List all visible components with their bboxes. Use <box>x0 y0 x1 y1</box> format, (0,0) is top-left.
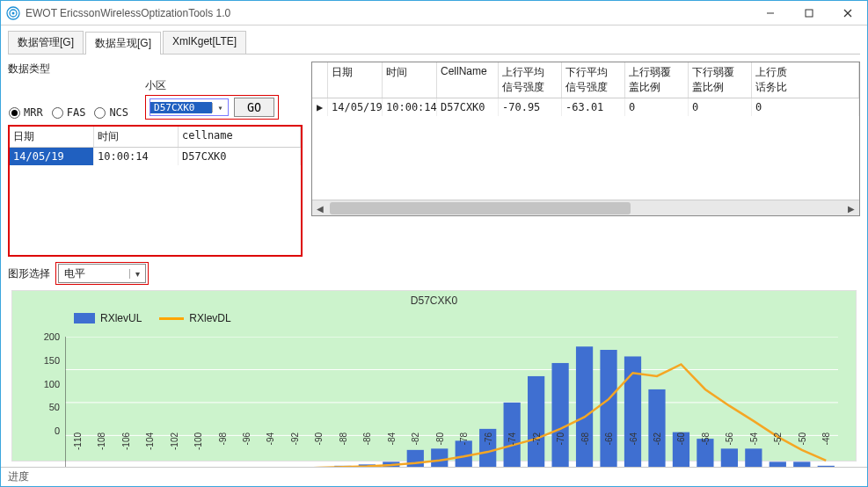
cell-combobox[interactable]: D57CXK0 ▾ <box>150 98 229 116</box>
table-row[interactable]: ▶ 14/05/19 10:00:14 D57CXK0 -70.95 -63.0… <box>312 98 859 116</box>
statusbar: 进度 <box>1 467 867 486</box>
close-button[interactable] <box>828 1 867 25</box>
x-tick-label: -76 <box>483 432 492 445</box>
datatype-label: 数据类型 <box>8 62 303 76</box>
col-time2: 时间 <box>383 62 437 98</box>
x-tick-label: -104 <box>145 432 155 450</box>
chart-legend: RXlevUL RXlevDL <box>74 312 231 324</box>
x-tick-label: -82 <box>411 432 420 445</box>
svg-rect-44 <box>793 462 810 467</box>
x-tick-label: -52 <box>773 432 783 445</box>
col-time: 时间 <box>94 127 179 147</box>
x-tick-label: -48 <box>821 432 831 445</box>
x-tick-label: -94 <box>266 432 275 445</box>
y-tick-label: 200 <box>44 331 60 342</box>
x-tick-label: -90 <box>314 432 324 445</box>
x-tick-label: -86 <box>362 432 372 445</box>
x-tick-label: -54 <box>748 432 758 445</box>
col-dlrssi: 下行平均 信号强度 <box>562 62 625 98</box>
col-date2: 日期 <box>328 62 383 98</box>
horizontal-scrollbar[interactable]: ◀ ▶ <box>312 200 859 215</box>
x-tick-label: -78 <box>459 432 469 445</box>
status-label: 进度 <box>8 469 29 484</box>
y-tick-label: 0 <box>55 425 60 436</box>
x-tick-label: -70 <box>556 432 565 445</box>
y-tick-label: 100 <box>44 379 60 389</box>
cell-label: 小区 <box>145 78 279 93</box>
x-tick-label: -64 <box>628 432 638 445</box>
x-tick-label: -100 <box>193 432 203 450</box>
x-tick-label: -66 <box>604 432 614 445</box>
figure-select-label: 图形选择 <box>8 266 50 281</box>
x-tick-label: -74 <box>507 432 517 445</box>
col-cell2: CellName <box>437 62 499 98</box>
radio-mrr[interactable]: MRR <box>9 106 43 119</box>
tab-data-manage[interactable]: 数据管理[G] <box>8 31 84 54</box>
window-title: EWOT EricssonWirelessOptizationTools 1.0 <box>26 7 230 19</box>
chevron-down-icon[interactable]: ▾ <box>129 269 145 279</box>
go-button[interactable]: GO <box>234 98 274 117</box>
scroll-left-icon[interactable]: ◀ <box>312 200 328 216</box>
x-tick-label: -106 <box>120 432 130 450</box>
x-tick-label: -98 <box>217 432 227 445</box>
x-tick-label: -58 <box>700 432 710 445</box>
tab-xmlkget[interactable]: XmlKget[LTE] <box>163 31 246 54</box>
x-tick-label: -60 <box>676 432 686 445</box>
radio-dot-icon <box>52 107 63 119</box>
radio-dot-icon <box>9 107 20 119</box>
x-tick-label: -84 <box>386 432 396 445</box>
figure-select-combo[interactable]: 电平 ▾ <box>58 264 146 283</box>
svg-rect-45 <box>818 466 835 467</box>
tab-data-present[interactable]: 数据呈现[G] <box>85 32 161 55</box>
app-icon <box>6 6 20 20</box>
legend-item-dl: RXlevDL <box>159 312 230 324</box>
titlebar: EWOT EricssonWirelessOptizationTools 1.0 <box>1 1 867 25</box>
tab-strip: 数据管理[G] 数据呈现[G] XmlKget[LTE] <box>8 31 860 55</box>
x-tick-label: -62 <box>652 432 661 445</box>
minimize-button[interactable] <box>751 1 790 25</box>
x-tick-label: -88 <box>338 432 347 445</box>
col-ulweak: 上行弱覆 盖比例 <box>625 62 689 98</box>
radio-fas[interactable]: FAS <box>52 106 86 119</box>
chart-title: D57CXK0 <box>12 294 856 307</box>
scroll-thumb[interactable] <box>330 202 631 214</box>
col-date: 日期 <box>10 127 94 147</box>
row-pointer-icon: ▶ <box>312 98 328 116</box>
x-tick-label: -102 <box>169 432 179 450</box>
scroll-right-icon[interactable]: ▶ <box>843 200 859 216</box>
radio-ncs[interactable]: NCS <box>94 106 128 119</box>
svg-point-2 <box>12 11 15 14</box>
y-tick-label: 150 <box>44 355 60 366</box>
col-ulqual: 上行质 话务比 <box>752 62 859 98</box>
x-tick-label: -50 <box>797 432 806 445</box>
x-tick-label: -96 <box>242 432 252 445</box>
main-window: EWOT EricssonWirelessOptizationTools 1.0… <box>0 0 868 487</box>
col-ulrssi: 上行平均 信号强度 <box>499 62 562 98</box>
x-tick-label: -108 <box>97 432 106 450</box>
col-dlweak: 下行弱覆 盖比例 <box>689 62 752 98</box>
legend-item-ul: RXlevUL <box>74 312 142 324</box>
svg-rect-43 <box>770 462 786 467</box>
svg-rect-4 <box>806 10 813 17</box>
left-grid[interactable]: 日期 时间 cellname 14/05/19 10:00:14 D57CXK0 <box>8 125 303 257</box>
y-tick-label: 50 <box>49 402 60 412</box>
legend-swatch-icon <box>74 313 95 323</box>
x-tick-label: -92 <box>289 432 299 445</box>
col-pointer <box>312 62 328 98</box>
x-tick-label: -56 <box>725 432 734 445</box>
x-tick-label: -80 <box>434 432 444 445</box>
table-row[interactable]: 14/05/19 10:00:14 D57CXK0 <box>10 148 301 165</box>
col-cellname: cellname <box>179 127 301 147</box>
x-tick-label: -72 <box>531 432 541 445</box>
maximize-button[interactable] <box>790 1 828 25</box>
chevron-down-icon[interactable]: ▾ <box>212 103 228 113</box>
x-tick-label: -110 <box>72 432 82 450</box>
chart-area: D57CXK0 RXlevUL RXlevDL 050100150200 -11… <box>11 290 857 462</box>
radio-dot-icon <box>94 107 106 119</box>
right-grid[interactable]: 日期 时间 CellName 上行平均 信号强度 下行平均 信号强度 上行弱覆 … <box>311 62 860 216</box>
legend-line-icon <box>159 317 184 320</box>
x-tick-label: -68 <box>580 432 589 445</box>
